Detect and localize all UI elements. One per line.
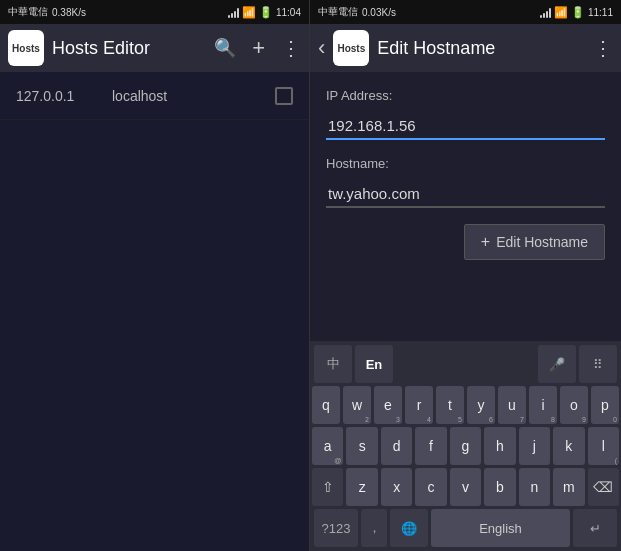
left-app-title: Hosts Editor bbox=[52, 38, 206, 59]
kb-delete-key[interactable]: ⌫ bbox=[588, 468, 619, 506]
kb-u[interactable]: u7 bbox=[498, 386, 526, 424]
right-time: 11:11 bbox=[588, 7, 613, 18]
battery-icon: 🔋 bbox=[259, 6, 273, 19]
host-hostname: localhost bbox=[112, 88, 259, 104]
globe-icon: 🌐 bbox=[401, 521, 417, 536]
keyboard-row-2: a@ s d f g h j k l( bbox=[312, 427, 619, 465]
left-time: 11:04 bbox=[276, 7, 301, 18]
wifi-icon: 📶 bbox=[242, 6, 256, 19]
kb-i[interactable]: i8 bbox=[529, 386, 557, 424]
ip-input[interactable] bbox=[326, 113, 605, 140]
host-item[interactable]: 127.0.0.1 localhost bbox=[0, 72, 309, 120]
kb-grid-key[interactable]: ⠿ bbox=[579, 345, 617, 383]
kb-comma-key[interactable]: ， bbox=[361, 509, 387, 547]
signal-icon bbox=[228, 6, 239, 18]
kb-c[interactable]: c bbox=[415, 468, 446, 506]
kb-z[interactable]: z bbox=[346, 468, 377, 506]
kb-b[interactable]: b bbox=[484, 468, 515, 506]
kb-p[interactable]: p0 bbox=[591, 386, 619, 424]
right-wifi-icon: 📶 bbox=[554, 6, 568, 19]
kb-return-key[interactable]: ↵ bbox=[573, 509, 617, 547]
kb-x[interactable]: x bbox=[381, 468, 412, 506]
right-carrier: 中華電信 bbox=[318, 5, 358, 19]
kb-g[interactable]: g bbox=[450, 427, 481, 465]
kb-r[interactable]: r4 bbox=[405, 386, 433, 424]
kb-n[interactable]: n bbox=[519, 468, 550, 506]
kb-s[interactable]: s bbox=[346, 427, 377, 465]
kb-f[interactable]: f bbox=[415, 427, 446, 465]
kb-e[interactable]: e3 bbox=[374, 386, 402, 424]
kb-m[interactable]: m bbox=[553, 468, 584, 506]
return-icon: ↵ bbox=[590, 521, 601, 536]
right-speed: 0.03K/s bbox=[362, 7, 396, 18]
menu-icon[interactable]: ⋮ bbox=[281, 36, 301, 60]
kb-j[interactable]: j bbox=[519, 427, 550, 465]
host-checkbox[interactable] bbox=[275, 87, 293, 105]
keyboard-row-3: ⇧ z x c v b n m ⌫ bbox=[312, 468, 619, 506]
right-battery-icon: 🔋 bbox=[571, 6, 585, 19]
kb-a[interactable]: a@ bbox=[312, 427, 343, 465]
keyboard: 中 En 🎤 ⠿ q w2 e3 r4 t5 y6 u7 i8 o9 p0 bbox=[310, 341, 621, 551]
kb-l[interactable]: l( bbox=[588, 427, 619, 465]
kb-w[interactable]: w2 bbox=[343, 386, 371, 424]
keyboard-lang-row: 中 En 🎤 ⠿ bbox=[312, 345, 619, 383]
left-speed: 0.38K/s bbox=[52, 7, 86, 18]
kb-d[interactable]: d bbox=[381, 427, 412, 465]
grid-icon: ⠿ bbox=[593, 357, 603, 372]
kb-nums-key[interactable]: ?123 bbox=[314, 509, 358, 547]
search-icon[interactable]: 🔍 bbox=[214, 37, 236, 59]
button-row: + Edit Hostname bbox=[326, 224, 605, 260]
kb-chinese-key[interactable]: 中 bbox=[314, 345, 352, 383]
right-app-title: Edit Hostname bbox=[377, 38, 585, 59]
app-icon-right: Hosts bbox=[333, 30, 369, 66]
mic-icon: 🎤 bbox=[549, 357, 565, 372]
left-carrier: 中華電信 bbox=[8, 5, 48, 19]
kb-k[interactable]: k bbox=[553, 427, 584, 465]
kb-v[interactable]: v bbox=[450, 468, 481, 506]
kb-o[interactable]: o9 bbox=[560, 386, 588, 424]
edit-form: IP Address: Hostname: + Edit Hostname bbox=[310, 72, 621, 341]
right-status-bar: 中華電信 0.03K/s 📶 🔋 11:11 bbox=[310, 0, 621, 24]
host-ip: 127.0.0.1 bbox=[16, 88, 96, 104]
right-signal-icon bbox=[540, 6, 551, 18]
kb-space-key[interactable]: English bbox=[431, 509, 570, 547]
kb-h[interactable]: h bbox=[484, 427, 515, 465]
right-menu-icon[interactable]: ⋮ bbox=[593, 36, 613, 60]
edit-hostname-button[interactable]: + Edit Hostname bbox=[464, 224, 605, 260]
kb-globe-key[interactable]: 🌐 bbox=[390, 509, 428, 547]
back-button[interactable]: ‹ bbox=[318, 35, 325, 61]
left-app-bar: Hosts Hosts Editor 🔍 + ⋮ bbox=[0, 24, 309, 72]
kb-q[interactable]: q bbox=[312, 386, 340, 424]
left-toolbar-icons: 🔍 + ⋮ bbox=[214, 35, 301, 61]
left-panel: 中華電信 0.38K/s 📶 🔋 11:04 Hosts Hosts Edito… bbox=[0, 0, 310, 551]
hostname-input[interactable] bbox=[326, 181, 605, 208]
kb-y[interactable]: y6 bbox=[467, 386, 495, 424]
left-status-bar: 中華電信 0.38K/s 📶 🔋 11:04 bbox=[0, 0, 309, 24]
kb-t[interactable]: t5 bbox=[436, 386, 464, 424]
kb-mic-key[interactable]: 🎤 bbox=[538, 345, 576, 383]
keyboard-row-4: ?123 ， 🌐 English ↵ bbox=[312, 509, 619, 547]
keyboard-row-1: q w2 e3 r4 t5 y6 u7 i8 o9 p0 bbox=[312, 386, 619, 424]
app-icon-left: Hosts bbox=[8, 30, 44, 66]
host-list: 127.0.0.1 localhost bbox=[0, 72, 309, 551]
kb-english-key[interactable]: En bbox=[355, 345, 393, 383]
add-icon[interactable]: + bbox=[252, 35, 265, 61]
right-app-bar: ‹ Hosts Edit Hostname ⋮ bbox=[310, 24, 621, 72]
hostname-label: Hostname: bbox=[326, 156, 605, 171]
plus-icon: + bbox=[481, 233, 490, 251]
right-panel: 中華電信 0.03K/s 📶 🔋 11:11 ‹ Hosts Edit Host… bbox=[310, 0, 621, 551]
kb-shift-key[interactable]: ⇧ bbox=[312, 468, 343, 506]
ip-label: IP Address: bbox=[326, 88, 605, 103]
